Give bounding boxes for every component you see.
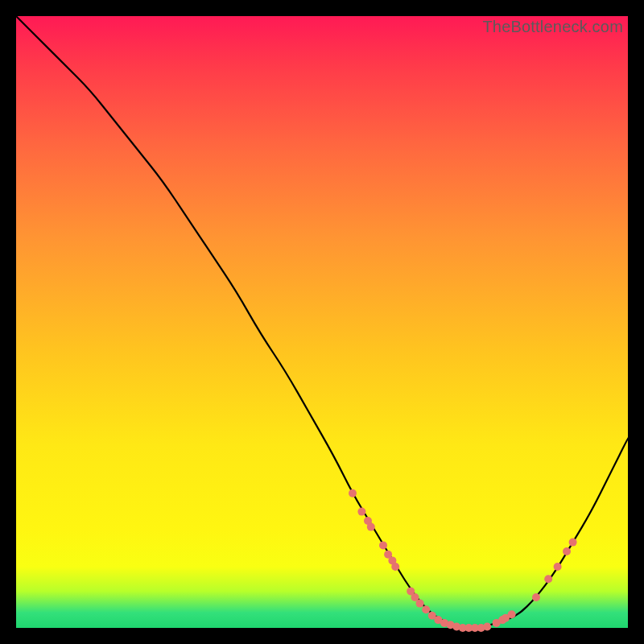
curve-markers (349, 489, 577, 632)
curve-marker (367, 523, 375, 531)
curve-marker (357, 508, 365, 516)
chart-frame: TheBottleneck.com (16, 16, 628, 628)
curve-marker (422, 605, 430, 613)
curve-marker (569, 539, 577, 547)
curve-marker (379, 541, 387, 549)
curve-marker (554, 563, 562, 571)
curve-marker (563, 547, 571, 555)
curve-marker (508, 610, 516, 618)
curve-marker (349, 489, 357, 497)
curve-marker (544, 575, 552, 583)
curve-marker (416, 600, 424, 608)
watermark-text: TheBottleneck.com (482, 18, 623, 36)
curve-marker (391, 563, 399, 571)
curve-marker (532, 593, 540, 601)
curve-marker (483, 623, 491, 631)
bottleneck-curve (16, 16, 628, 628)
chart-svg (16, 16, 628, 628)
